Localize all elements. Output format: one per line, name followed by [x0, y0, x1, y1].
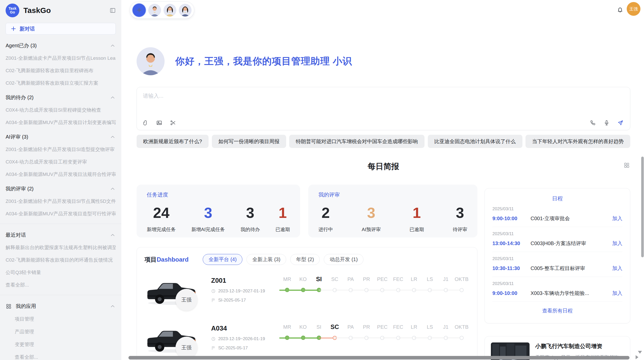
milestone-connector — [382, 290, 398, 290]
milestone-connector — [446, 338, 462, 338]
milestone-label: LR — [406, 323, 422, 331]
schedule-item: 2025/03/1110:30-11:30C005-整车工程目标评审加入 — [492, 252, 622, 277]
scroll-down-arrow-icon[interactable] — [638, 351, 642, 354]
sidebar-app-item[interactable]: 项目管理 — [0, 316, 121, 322]
schedule-time: 9:00-10:00 — [492, 290, 531, 296]
sidebar-section-items: Z001-全新燃油轻卡产品开发项目SI节点属性5D文件评审A034-全新新能源M… — [0, 198, 121, 217]
stat-value: 24 — [153, 205, 170, 221]
sidebar-app-item[interactable]: 产品管理 — [0, 328, 121, 335]
scissors-icon[interactable] — [170, 120, 176, 126]
milestone-label: PR — [359, 275, 374, 283]
view-all-schedule-link[interactable]: 查看所有日程 — [492, 307, 622, 314]
horizontal-scrollbar[interactable] — [128, 356, 630, 359]
suggestion-chip[interactable]: 特朗普可能对进口汽车增税会对中国车企造成哪些影响 — [289, 135, 425, 148]
project-image: 王强 — [144, 274, 211, 313]
join-link[interactable]: 加入 — [612, 215, 622, 222]
sidebar-item[interactable]: Z001-全新燃油轻卡产品开发项目SI造型提交物评审 — [6, 146, 116, 153]
recent-conversation-item[interactable]: 解释最新出台的欧盟报废车法规再生塑料比例被调至15%... — [6, 244, 116, 251]
new-chat-button[interactable]: 新对话 — [6, 23, 116, 35]
app-title: TaskGo — [23, 6, 110, 15]
sidebar-app-item[interactable]: 变更管理 — [0, 341, 121, 348]
attachment-icon[interactable] — [142, 120, 149, 126]
phone-icon[interactable] — [590, 120, 596, 126]
chevron-up-icon[interactable] — [110, 186, 116, 192]
member-avatar[interactable] — [164, 4, 176, 17]
sidebar-header: Task Go TaskGo — [0, 0, 121, 17]
sidebar-section-title: AI评审 (3) — [6, 133, 110, 140]
clock-icon — [211, 337, 216, 341]
dashboard-title-en: Dashboard — [157, 256, 188, 263]
sidebar-section-header[interactable]: 我的评审 (2) — [0, 185, 121, 192]
join-link[interactable]: 加入 — [612, 265, 622, 272]
sidebar-item[interactable]: Z001-全新燃油皮卡产品开发项目SI节点Lesson Learn报告 — [6, 55, 116, 62]
add-member-button[interactable] — [133, 4, 146, 17]
suggestion-chip[interactable]: 比亚迪全固态电池计划具体说了什么 — [428, 135, 522, 148]
sidebar-item[interactable]: A034-全新新能源MUV产品开发项目造型可行性评审 — [6, 211, 116, 217]
image-icon[interactable] — [156, 120, 162, 126]
milestone-label: PR — [359, 323, 374, 331]
dashboard-tab[interactable]: 动总开发 (1) — [324, 254, 363, 265]
milestone-dot — [460, 288, 464, 292]
mic-icon[interactable] — [604, 120, 610, 126]
view-all-link[interactable]: 查看全部... — [0, 354, 121, 360]
sidebar-item[interactable]: C02-飞腾新能源轻客改款项目里程碑画布 — [6, 67, 116, 74]
stat: 1已逾期 — [409, 205, 424, 233]
dashboard-tab[interactable]: 年型 (2) — [290, 254, 320, 265]
card-title: 任务进度 — [147, 191, 290, 198]
milestone-label: KO — [295, 275, 311, 283]
my-apps-header[interactable]: 我的应用 — [0, 303, 121, 310]
send-icon[interactable] — [617, 120, 623, 126]
view-all-link[interactable]: 查看全部... — [6, 282, 116, 288]
project-row[interactable]: 王强Z0012023-12-19~2027-01-19SI-2025-05-17… — [144, 274, 470, 313]
schedule-date: 2025/03/11 — [492, 231, 622, 236]
sidebar-collapse-icon[interactable] — [110, 7, 116, 13]
milestone-labels: MRKOSISCPAPRPECFECLRLSJ1OKTB — [279, 275, 470, 283]
chevron-up-icon[interactable] — [110, 43, 116, 49]
sidebar-item[interactable]: C0X4-动力总成开发项目工程变更评审 — [6, 159, 116, 165]
milestone-dots — [279, 335, 470, 341]
member-avatar[interactable] — [179, 4, 192, 17]
stat-label: 进行中 — [318, 226, 333, 233]
chat-input[interactable] — [137, 87, 630, 113]
sidebar-item[interactable]: C0X4-动力总成开发项目SI里程碑提交物检查 — [6, 107, 116, 113]
chevron-up-icon[interactable] — [110, 232, 116, 238]
project-row[interactable]: 王强A0342023-12-19~2026-01-19SC-2025-05-17… — [144, 322, 470, 360]
page: Task Go TaskGo 新对话 Agent已办 (3)Z001-全新燃油皮… — [0, 0, 644, 360]
join-link[interactable]: 加入 — [612, 240, 622, 247]
milestone-label: KO — [295, 323, 311, 331]
schedule-row: 13:00-14:30C003|H0B-方案冻结评审加入 — [492, 240, 622, 247]
logo-text-bottom: Go — [10, 10, 15, 14]
suggestion-chip[interactable]: 如何写一份清晰的项目周报 — [212, 135, 286, 148]
app-logo: Task Go — [6, 4, 19, 17]
sidebar-item[interactable]: A034-全新新能源MUV产品开发项目法规符合性评审 — [6, 171, 116, 178]
left-column: 任务进度 24新增完成任务3新增AI完成任务3我的待办1已逾期 我的评审 2进行… — [137, 185, 477, 360]
chevron-up-icon[interactable] — [110, 134, 116, 140]
sidebar-section-header[interactable]: 我的待办 (2) — [0, 94, 121, 101]
chevron-up-icon[interactable] — [110, 303, 116, 309]
sidebar-item[interactable]: A034-全新新能源MUV产品开发项目计划变更表编写 — [6, 119, 116, 126]
recent-conversation-item[interactable]: 公司Q3轻卡销量 — [6, 269, 116, 276]
sidebar-section-header[interactable]: Agent已办 (3) — [0, 42, 121, 49]
sidebar-item[interactable]: Z001-全新燃油轻卡产品开发项目SI节点属性5D文件评审 — [6, 198, 116, 205]
schedule-row: 10:30-11:30C005-整车工程目标评审加入 — [492, 265, 622, 272]
dashboard-tab[interactable]: 全新平台 (4) — [203, 254, 242, 265]
dashboard-tab[interactable]: 全新上装 (3) — [246, 254, 286, 265]
layout-grid-icon[interactable] — [624, 162, 630, 168]
recent-conversation-item[interactable]: C02-飞腾新能源轻客改款项目的闭环通告反馈情况 — [6, 257, 116, 263]
input-tools-right — [590, 120, 623, 126]
sidebar-item[interactable]: C02-飞腾新能源轻客改款项目立项汇报方案 — [6, 80, 116, 86]
chevron-up-icon[interactable] — [110, 95, 116, 101]
suggestion-chip[interactable]: 欧洲新规最近颁布了什么? — [137, 135, 209, 148]
scroll-right-arrow-icon[interactable] — [636, 355, 638, 359]
user-avatar[interactable]: 王强 — [627, 2, 640, 16]
member-avatar[interactable] — [148, 4, 161, 17]
suggestion-chip[interactable]: 当下年轻人对汽车外观有怎样的喜好趋势 — [525, 135, 630, 148]
sidebar-section-header[interactable]: AI评审 (3) — [0, 133, 121, 140]
sidebar: Task Go TaskGo 新对话 Agent已办 (3)Z001-全新燃油皮… — [0, 0, 121, 360]
notification-bell-icon[interactable] — [617, 7, 623, 13]
vertical-scrollbar[interactable] — [641, 157, 644, 257]
dashboard-header: 项目Dashboard 全新平台 (4)全新上装 (3)年型 (2)动总开发 (… — [144, 254, 470, 265]
join-link[interactable]: 加入 — [612, 290, 622, 297]
stat-label: 待评审 — [453, 226, 467, 233]
recent-section-header[interactable]: 最近对话 — [0, 232, 121, 238]
